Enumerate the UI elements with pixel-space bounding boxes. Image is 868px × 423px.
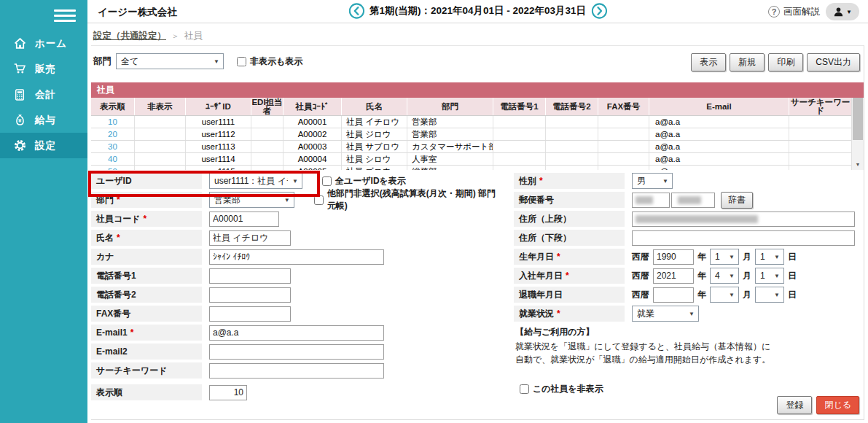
email1-input[interactable]: [209, 325, 384, 341]
tel2-input[interactable]: [209, 287, 291, 303]
retire-month-select[interactable]: ▼: [710, 287, 739, 303]
retire-date-row: 退職年月日 西暦 年 ▼ 月 ▼ 日: [514, 287, 797, 303]
column-header: 社員ｺｰﾄﾞ: [284, 98, 342, 115]
retire-day-select[interactable]: ▼: [755, 287, 784, 303]
search-keyword-input[interactable]: [209, 363, 384, 379]
sidebar-item-payroll[interactable]: ¥ 給与: [0, 107, 87, 133]
employment-status-label: 就業状況: [519, 308, 554, 320]
email1-row: E-mail1*: [91, 325, 384, 341]
register-button[interactable]: 登録: [777, 396, 812, 414]
dictionary-button[interactable]: 辞書: [721, 192, 753, 209]
postal-code-input-2[interactable]: [671, 193, 715, 208]
menu-icon[interactable]: [54, 9, 76, 22]
employee-code-input[interactable]: [209, 212, 279, 227]
scroll-down-arrow-icon[interactable]: ▼: [852, 159, 864, 170]
show-button[interactable]: 表示: [691, 53, 726, 71]
redacted-value: [636, 196, 653, 204]
column-header: EDI担当者: [251, 98, 284, 115]
postal-code-input-1[interactable]: [632, 193, 670, 208]
address1-input[interactable]: [632, 212, 855, 227]
department-row: 部門* 営業部 ▼ 他部門非選択(残高試算表(月次・期間) 部門元帳): [91, 192, 496, 208]
new-button[interactable]: 新規: [730, 53, 765, 71]
previous-period-button[interactable]: [348, 3, 364, 19]
employment-status-select[interactable]: 就業 ▼: [632, 306, 699, 322]
sidebar-item-home[interactable]: ホーム: [0, 31, 87, 56]
fax-input[interactable]: [209, 306, 291, 322]
show-all-user-id-checkbox[interactable]: [322, 176, 332, 186]
help-label: 画面解説: [783, 6, 820, 18]
year-unit: 年: [697, 270, 706, 282]
hire-date-label: 入社年月日: [519, 270, 563, 282]
table-row[interactable]: 40user1114A00004社員 シロウ人事室a@a.a: [91, 153, 852, 166]
department-select[interactable]: 営業部 ▼: [209, 192, 294, 208]
address2-input[interactable]: [632, 230, 855, 246]
other-dept-checkbox[interactable]: [314, 195, 324, 205]
birth-day-select[interactable]: 1▼: [755, 249, 784, 265]
display-order-input[interactable]: [209, 385, 247, 400]
display-order-link[interactable]: 20: [91, 128, 135, 140]
kana-input[interactable]: [209, 249, 384, 265]
table-cell: [493, 153, 546, 165]
user-menu-button[interactable]: ▼: [826, 3, 859, 20]
sidebar-item-label: 販売: [35, 63, 56, 76]
table-cell: カスタマーサポート部: [407, 141, 493, 152]
sidebar-item-sales[interactable]: 販売: [0, 56, 87, 82]
table-row[interactable]: 20user1112A00002社員 ジロウ営業部a@a.a: [91, 128, 852, 141]
next-period-button[interactable]: [591, 3, 607, 19]
column-header: サーチキーワード: [789, 98, 852, 115]
sidebar-item-label: ホーム: [35, 37, 67, 50]
sidebar: ホーム 販売 会計 ¥ 給与: [0, 0, 87, 423]
employee-table: 社員 表示順非表示ﾕｰｻﾞIDEDI担当者社員ｺｰﾄﾞ氏名部門電話番号1電話番号…: [91, 82, 864, 170]
hire-day-select[interactable]: 1▼: [755, 268, 784, 284]
hire-month-select[interactable]: 4▼: [710, 268, 739, 284]
close-button[interactable]: 閉じる: [816, 396, 859, 414]
filter-row: 部門 全て ▼ 非表示も表示 表示 新規 印刷 CSV出力: [93, 52, 861, 72]
display-order-row: 表示順: [91, 384, 247, 400]
required-mark: *: [117, 195, 120, 205]
scrollbar-thumb[interactable]: [853, 98, 863, 140]
table-cell: a@a.a: [649, 128, 789, 140]
required-mark: *: [557, 252, 560, 262]
table-scrollbar[interactable]: ▼: [851, 98, 864, 170]
chevron-down-icon: ▼: [846, 9, 852, 15]
user-id-select[interactable]: user1111：社員 イチ ▼: [209, 173, 302, 189]
table-cell: 社員 イチロウ: [342, 116, 407, 128]
retire-year-input[interactable]: [653, 287, 694, 303]
postal-code-row: 郵便番号 辞書: [514, 192, 753, 208]
gender-value: 男: [637, 175, 646, 187]
column-header: 部門: [407, 98, 493, 115]
birth-year-input[interactable]: [653, 249, 694, 265]
name-input[interactable]: [209, 230, 291, 246]
table-cell: a@a.a: [649, 141, 789, 152]
hire-year-input[interactable]: [653, 268, 694, 284]
show-hidden-checkbox-row: 非表示も表示: [237, 55, 302, 68]
table-cell: user1112: [186, 128, 251, 140]
hide-employee-checkbox[interactable]: [520, 384, 529, 394]
display-order-link[interactable]: 30: [91, 141, 135, 152]
sidebar-item-settings[interactable]: 設定: [0, 133, 87, 158]
search-keyword-row: サーチキーワード: [91, 362, 384, 379]
table-cell: [251, 128, 284, 140]
sidebar-item-accounting[interactable]: 会計: [0, 82, 87, 107]
email2-row: E-mail2: [91, 344, 384, 360]
department-filter-select[interactable]: 全て ▼: [116, 53, 224, 69]
table-row[interactable]: 10user1111A00001社員 イチロウ営業部a@a.a: [91, 116, 852, 128]
required-mark: *: [566, 271, 569, 281]
breadcrumb-link-settings[interactable]: 設定（共通設定）: [93, 30, 166, 42]
print-button[interactable]: 印刷: [768, 53, 803, 71]
table-cell: 営業部: [407, 128, 493, 140]
email1-label: E-mail1: [96, 327, 128, 338]
birth-month-value: 1: [715, 252, 720, 262]
birth-month-select[interactable]: 1▼: [710, 249, 739, 265]
chevron-down-icon: ▼: [774, 254, 780, 260]
csv-export-button[interactable]: CSV出力: [807, 53, 860, 71]
table-row[interactable]: 30user1113A00003社員 サブロウカスタマーサポート部a@a.a: [91, 141, 852, 153]
screen-help-button[interactable]: ? 画面解説: [768, 6, 820, 18]
display-order-link[interactable]: 40: [91, 153, 135, 165]
tel1-input[interactable]: [209, 268, 291, 284]
chevron-down-icon: ▼: [729, 254, 735, 260]
show-hidden-checkbox[interactable]: [237, 57, 246, 66]
email2-input[interactable]: [209, 344, 384, 360]
gender-select[interactable]: 男 ▼: [632, 173, 673, 189]
display-order-link[interactable]: 10: [91, 116, 135, 128]
